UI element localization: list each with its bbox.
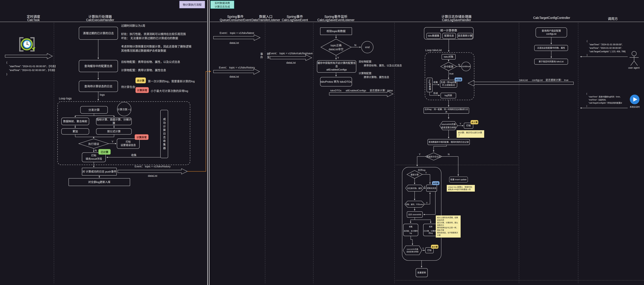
- note-uncalc-meaning: 未计算：表示可以进行计算了: [457, 130, 484, 138]
- event-latest-label: Event： topic = v1/tskv/latest: [210, 31, 264, 35]
- event-history-datalist-left: dataList: [118, 174, 187, 178]
- participant-executor-zh: 计算执行处理器: [80, 14, 120, 19]
- participant-executor-en: CalcExecuteHandler: [80, 18, 120, 22]
- note-merge-logic: 经过上面的合并逻辑，如果状态仍然 是已计算、计算异常，那么其再次计 算的结果也必…: [436, 215, 461, 237]
- diagram-canvas: 物计算执行流程 实时数据消费 计算日志生成 定时调度 CalcTask 计算执行…: [0, 0, 644, 285]
- label-handler-collect: 收集: [433, 80, 438, 84]
- note-calc-error-desc: 小于最大可计算次数的异常log: [151, 89, 188, 93]
- node-accumulate[interactable]: 累加: [61, 128, 89, 135]
- tag-realtime-consume: 实时数据消费 计算日志生成: [210, 1, 234, 9]
- diamond-recalc-label: 重新计算: [409, 173, 420, 176]
- node-init-state[interactable]: 初始化状态: [426, 185, 437, 192]
- participant-listener-zh: Spring事件监听: [313, 14, 359, 19]
- node-tskv-object[interactable]: tskv对象: [442, 54, 456, 60]
- event-save-datalist: dataList: [264, 61, 318, 65]
- note-expire-policy: 过期时间默认为1周 好处：执行性能、资源消耗可以维持在比较乐观范围 坏处： 无法…: [121, 24, 192, 53]
- caller-json-manual: { "startTime": "2024-01-01 00:00:00", "e…: [587, 39, 626, 57]
- participant-calclogsaveevent-en: CalcLogSaveEvent: [275, 18, 315, 22]
- note-config-types: 目标物配置：携带目标物、属性，以及公式信息 计算物配置：携带计算物、属性信息: [121, 60, 180, 72]
- node-continue: continue: [461, 65, 471, 68]
- participant-calctask-zh: 定时调度: [14, 14, 54, 19]
- label-db-n: N: [448, 153, 450, 156]
- node-merge-log[interactable]: 合并log： 同一配置、同一时刻的日志对象进行合并: [424, 107, 469, 114]
- node-end: end: [363, 45, 372, 49]
- label-handler-form: 形成: [433, 91, 438, 95]
- hex-same-diff-label: 同物、属性；不同value: [404, 203, 425, 206]
- node-success-log-collector: 成功计算日志收集器: [160, 110, 168, 158]
- participant-calclogsaveevent-zh: Spring事件: [275, 14, 315, 19]
- label-event-forward-1: 事件: [259, 53, 264, 59]
- participant-caller: 调用方: [593, 16, 633, 21]
- node-generate-log[interactable]: 生成一条log对象 打上初始标记: [440, 80, 457, 88]
- event-history-label: Event： topic = v1/tskv/history: [210, 65, 264, 69]
- badge-unmatched-2: 未匹配: [432, 181, 440, 185]
- label-topic-y: Y: [337, 56, 339, 59]
- badge-calculated: 已计算: [98, 149, 111, 155]
- hex-new-attr-label: 存在新的物、属性: [406, 186, 424, 190]
- node-query-pending-logs[interactable]: 查询待计算状态的日志: [79, 81, 118, 92]
- node-dispatch-calc[interactable]: 分发计算: [80, 106, 108, 114]
- node-log-collector: log收集器: [427, 78, 432, 92]
- node-mark-error[interactable]: 打标 设置错误信息: [117, 139, 140, 149]
- system-startup-label: 系统启动时: [629, 105, 641, 108]
- node-validate-topic[interactable]: 校验topic和数据: [320, 28, 352, 35]
- diamond-hit-config-label: 命中配置: [442, 65, 455, 68]
- label-sourceinfo2-y: Y: [422, 247, 424, 250]
- diamond-db-exists-label: 数据库中存在的: [425, 155, 442, 158]
- note-pending-prefix: 待计算包含:: [121, 85, 136, 89]
- node-update-all-logs[interactable]: 对全部log更新入库: [68, 178, 130, 186]
- badge-calc-error: 计算异常: [136, 87, 149, 93]
- node-query-tskvlist[interactable]: 基于指定时间查询 tskvList: [534, 59, 568, 65]
- badge-uncalculated: 未计算: [136, 78, 146, 83]
- label-exec-error-y: Y: [112, 140, 113, 143]
- node-convert-dtos[interactable]: tskvProtos 转为 tskvDTOs: [320, 77, 352, 86]
- play-icon: [630, 95, 640, 104]
- label-hit-true: true: [450, 72, 454, 75]
- participant-listener-en: CalcLogSaveEventListener: [313, 18, 359, 22]
- event-latest-datalist: dataList: [210, 41, 258, 45]
- node-batch-update[interactable]: 批量更新: [416, 268, 428, 277]
- clock-icon: [20, 38, 35, 51]
- node-collect-uncalc-logs[interactable]: 收集 未匹配、未计算的log: [403, 224, 418, 236]
- label-logs: logs: [100, 93, 105, 96]
- badge-unmatched: 未匹配: [454, 78, 462, 82]
- node-param-tskv-dataset: tskv数据集: [426, 33, 441, 39]
- participant-calctask-en: CalcTask: [14, 18, 54, 22]
- event-history-datalist: dataList: [210, 75, 258, 79]
- node-get-enabled-configs[interactable]: 缓存中获取所有开启计算的配置信息 allEnabledConfigs: [317, 60, 356, 73]
- note-listener-config: 目标物配置: 携带目标物、属性，以及公式信息 计算物配置: 携带计算物、属性信息: [359, 60, 402, 79]
- label-db-y: Y: [419, 153, 420, 156]
- node-push-success-event[interactable]: 对 计算成功的日志 push事件: [82, 168, 117, 175]
- hex-sourceinfo2-label: sourceInfo完备 或者是聚合映射: [403, 248, 422, 253]
- label-newattr-y: Y: [424, 186, 426, 188]
- node-query-cached-config[interactable]: 查询缓存中的配置信息: [79, 60, 118, 72]
- node-batch-insert-update[interactable]: 批量 insert update: [449, 177, 468, 182]
- node-filter-attrs[interactable]: 过滤出这些配置中的物、属性: [534, 45, 568, 51]
- node-data-mapping[interactable]: 数据映射、聚合映射: [61, 118, 89, 125]
- loop-logs-label: Loop logs: [59, 97, 72, 100]
- msg-tskvdtos-label: tskvDTOs allEnabledConfigs 是否重新计算：false: [330, 88, 393, 92]
- node-merge-sourceinfo[interactable]: 合并 sourceInfo: [407, 211, 423, 218]
- note-uncalculated-desc: 第一次计算的log，需要重新计算的log: [148, 79, 195, 83]
- badge-handler-uncalc-2: 未计算: [431, 245, 438, 249]
- node-indicator-calc[interactable]: 指标计算、高级计算、分摊计算: [96, 118, 132, 125]
- label-collect: 收集: [131, 153, 136, 157]
- badge-calc-error-on-mark: 计算异常: [135, 134, 148, 140]
- label-topic-n: N: [354, 44, 356, 47]
- node-query-db-logs[interactable]: 查询数据库中相同配置、相同时刻的日志记录: [428, 139, 470, 145]
- node-formula-calc[interactable]: 按公式计算: [96, 128, 132, 135]
- node-clean-expired-logs[interactable]: 清理过期的已计算的日志: [79, 27, 118, 40]
- node-param-config-info: 配置信息: [442, 33, 456, 39]
- user-agent-icon: [630, 51, 639, 66]
- caller-json-startup: { "startTime": 系统中最新log时间 - 5min, "endTi…: [586, 92, 622, 108]
- msg-tskvlist-label: tskvList configList 是否重新计算： true: [519, 78, 568, 82]
- merge-container-label: 合并log: [416, 168, 428, 171]
- node-log-list[interactable]: log列表: [440, 93, 456, 98]
- hex-sourceinfo-label: sourceInfo完备 或者是聚合映射: [440, 123, 458, 128]
- calctask-params-json: { "startTime": "2024-01-01 00:00:00"，【可选…: [6, 61, 57, 76]
- calctask-message-arrow: [5, 53, 52, 59]
- node-query-user-configs[interactable]: 查询用户指定配置 configList: [536, 28, 567, 37]
- tag-calc-exec-flow: 物计算执行流程: [179, 1, 205, 8]
- user-agent-label: user agent: [628, 67, 640, 69]
- event-history-label-left: Event： topic = v1/tskv/history: [118, 164, 187, 168]
